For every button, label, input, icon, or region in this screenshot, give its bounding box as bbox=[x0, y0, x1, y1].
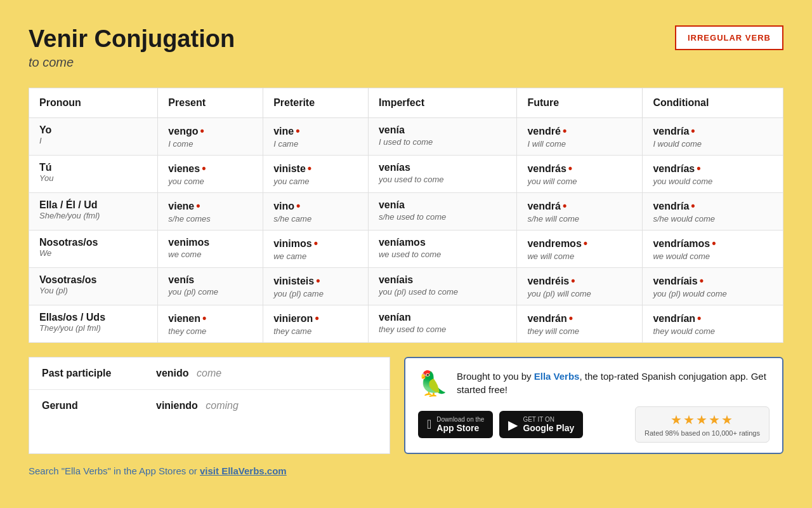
table-row: YoIvengo•I comevine•I cameveníaI used to… bbox=[29, 118, 783, 156]
conj-cell: veníaI used to come bbox=[368, 118, 516, 156]
conj-cell: viniste•you came bbox=[263, 156, 369, 193]
table-row: Vosotras/osYou (pl)venísyou (pl) comevin… bbox=[29, 268, 783, 305]
past-participle-value: venido come bbox=[143, 358, 390, 390]
table-row: Ellas/os / UdsThey/you (pl fml)vienen•th… bbox=[29, 305, 783, 343]
title-block: Venir Conjugation to come bbox=[29, 25, 235, 70]
conj-cell: veníamoswe used to come bbox=[368, 231, 516, 268]
conj-cell: vendremos•we will come bbox=[517, 231, 643, 268]
conj-cell: venías/he used to come bbox=[368, 193, 516, 231]
rating-text: Rated 98% based on 10,000+ ratings bbox=[645, 429, 760, 437]
conj-cell: vino•s/he came bbox=[263, 193, 369, 231]
promo-text: Brought to you by Ella Verbs, the top-ra… bbox=[457, 370, 769, 396]
conj-cell: vendré•I will come bbox=[517, 118, 643, 156]
col-present: Present bbox=[158, 88, 263, 118]
col-pronoun: Pronoun bbox=[29, 88, 158, 118]
conj-cell: vendría•I would come bbox=[643, 118, 783, 156]
conj-cell: vendréis•you (pl) will come bbox=[517, 268, 643, 305]
conj-cell: vendría•s/he would come bbox=[643, 193, 783, 231]
table-row: Nosotras/osWevenimoswe comevinimos•we ca… bbox=[29, 231, 783, 268]
promo-top: 🦜 Brought to you by Ella Verbs, the top-… bbox=[418, 370, 769, 398]
promo-bottom:  Download on the App Store ▶ GET IT ON … bbox=[418, 406, 769, 443]
conj-cell: viene•s/he comes bbox=[158, 193, 263, 231]
promo-box: 🦜 Brought to you by Ella Verbs, the top-… bbox=[404, 357, 783, 454]
footer-link[interactable]: visit EllaVerbs.com bbox=[200, 465, 287, 476]
rating-box: ★★★★★ Rated 98% based on 10,000+ ratings bbox=[635, 406, 769, 443]
conj-cell: vendrían•they would come bbox=[643, 305, 783, 343]
pronoun-cell: TúYou bbox=[29, 156, 158, 193]
conj-cell: vengo•I come bbox=[158, 118, 263, 156]
page-title: Venir Conjugation bbox=[29, 25, 235, 53]
conj-cell: vendríais•you (pl) would come bbox=[643, 268, 783, 305]
app-store-button[interactable]:  Download on the App Store bbox=[418, 411, 493, 438]
conj-cell: veníanthey used to come bbox=[368, 305, 516, 343]
apple-icon:  bbox=[427, 417, 431, 432]
gerund-label: Gerund bbox=[29, 390, 143, 422]
table-row: TúYouvienes•you comeviniste•you camevení… bbox=[29, 156, 783, 193]
conj-cell: vinimos•we came bbox=[263, 231, 369, 268]
promo-icon: 🦜 bbox=[418, 370, 448, 398]
ella-verbs-link[interactable]: Ella Verbs bbox=[534, 371, 580, 382]
past-participle-row: Past participle venido come bbox=[29, 358, 390, 390]
conj-cell: vinisteis•you (pl) came bbox=[263, 268, 369, 305]
conj-cell: vine•I came bbox=[263, 118, 369, 156]
rating-stars: ★★★★★ bbox=[645, 412, 760, 427]
pronoun-cell: YoI bbox=[29, 118, 158, 156]
conj-cell: vendrás•you will come bbox=[517, 156, 643, 193]
participle-table: Past participle venido come Gerund vinie… bbox=[29, 358, 390, 422]
participle-section: Past participle venido come Gerund vinie… bbox=[29, 357, 390, 454]
conj-cell: venimoswe come bbox=[158, 231, 263, 268]
gerund-row: Gerund viniendo coming bbox=[29, 390, 390, 422]
past-participle-label: Past participle bbox=[29, 358, 143, 390]
conj-cell: vendrán•they will come bbox=[517, 305, 643, 343]
conj-cell: vendríamos•we would come bbox=[643, 231, 783, 268]
conj-cell: veníaisyou (pl) used to come bbox=[368, 268, 516, 305]
col-conditional: Conditional bbox=[643, 88, 783, 118]
gerund-value: viniendo coming bbox=[143, 390, 390, 422]
irregular-verb-badge: IRREGULAR VERB bbox=[675, 25, 783, 50]
pronoun-cell: Ella / Él / UdShe/he/you (fml) bbox=[29, 193, 158, 231]
google-play-icon: ▶ bbox=[508, 417, 518, 432]
col-future: Future bbox=[517, 88, 643, 118]
pronoun-cell: Ellas/os / UdsThey/you (pl fml) bbox=[29, 305, 158, 343]
conjugation-table: Pronoun Present Preterite Imperfect Futu… bbox=[29, 88, 783, 343]
page-subtitle: to come bbox=[29, 55, 235, 70]
conj-cell: vendrá•s/he will come bbox=[517, 193, 643, 231]
table-row: Ella / Él / UdShe/he/you (fml)viene•s/he… bbox=[29, 193, 783, 231]
bottom-section: Past participle venido come Gerund vinie… bbox=[29, 357, 783, 454]
pronoun-cell: Nosotras/osWe bbox=[29, 231, 158, 268]
google-play-button[interactable]: ▶ GET IT ON Google Play bbox=[499, 411, 583, 438]
conj-cell: veníasyou used to come bbox=[368, 156, 516, 193]
col-preterite: Preterite bbox=[263, 88, 369, 118]
page-header: Venir Conjugation to come IRREGULAR VERB bbox=[29, 25, 783, 70]
conj-cell: venísyou (pl) come bbox=[158, 268, 263, 305]
col-imperfect: Imperfect bbox=[368, 88, 516, 118]
pronoun-cell: Vosotras/osYou (pl) bbox=[29, 268, 158, 305]
conj-cell: vienes•you come bbox=[158, 156, 263, 193]
conj-cell: vinieron•they came bbox=[263, 305, 369, 343]
conj-cell: vendrías•you would come bbox=[643, 156, 783, 193]
footer: Search "Ella Verbs" in the App Stores or… bbox=[29, 465, 783, 476]
conj-cell: vienen•they come bbox=[158, 305, 263, 343]
